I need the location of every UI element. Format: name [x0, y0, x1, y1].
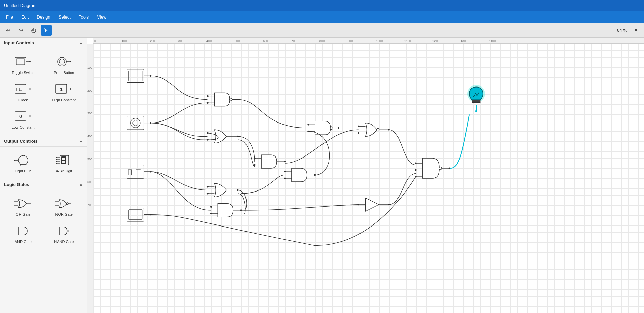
svg-point-7: [70, 61, 71, 62]
svg-point-28: [56, 163, 57, 164]
4bit-digit-label: 4-Bit Digit: [56, 169, 72, 173]
component-toggle-switch[interactable]: Toggle Switch: [4, 53, 42, 77]
nand-gate-2[interactable]: [307, 121, 339, 135]
svg-rect-34: [61, 157, 62, 160]
nand-gate-label: NAND Gate: [54, 240, 74, 244]
component-clock[interactable]: Clock: [4, 80, 42, 104]
svg-point-50: [67, 230, 69, 232]
clock-1[interactable]: [127, 165, 151, 178]
svg-point-57: [131, 118, 140, 128]
low-constant-icon: 0: [14, 109, 33, 124]
svg-point-26: [56, 161, 57, 162]
input-controls-chevron: ▲: [79, 41, 83, 45]
clock-icon: [14, 82, 33, 97]
logic-gates-label: Logic Gates: [4, 182, 29, 187]
svg-point-97: [330, 127, 333, 129]
svg-point-107: [284, 171, 286, 173]
canvas-area[interactable]: 0 100 200 300 400 500 600 700 800 900 10…: [87, 38, 644, 313]
nand-gate-icon: [54, 223, 73, 238]
logic-gates-grid: OR Gate NOR Gate: [0, 190, 87, 250]
svg-rect-65: [129, 210, 142, 220]
svg-point-86: [284, 161, 286, 163]
component-4bit-digit[interactable]: 4-Bit Digit: [45, 151, 83, 175]
component-nand-gate[interactable]: NAND Gate: [45, 221, 83, 246]
svg-point-103: [210, 213, 212, 214]
undo-button[interactable]: ↩: [3, 25, 13, 36]
or-gate-label: OR Gate: [16, 212, 30, 217]
menu-tools[interactable]: Tools: [75, 13, 92, 21]
toggle-switch-2[interactable]: [127, 208, 151, 221]
svg-point-22: [56, 157, 57, 158]
menu-edit[interactable]: Edit: [18, 13, 32, 21]
output-controls-label: Output Controls: [4, 139, 38, 144]
component-push-button[interactable]: Push Button: [45, 53, 83, 77]
light-bulb-icon: [14, 153, 33, 168]
zoom-dropdown-button[interactable]: ▾: [631, 25, 641, 36]
svg-point-125: [415, 163, 417, 164]
ruler-top: 0 100 200 300 400 500 600 700 800 900 10…: [93, 38, 644, 44]
toggle-switch-1[interactable]: [127, 69, 151, 83]
nor-gate-label: NOR Gate: [55, 212, 73, 217]
svg-rect-36: [61, 161, 62, 164]
nor-gate-1[interactable]: [358, 123, 390, 136]
component-nor-gate[interactable]: NOR Gate: [45, 194, 83, 219]
svg-rect-64: [127, 208, 144, 221]
diagram-canvas[interactable]: [93, 44, 644, 313]
menu-select[interactable]: Select: [55, 13, 74, 21]
menu-file[interactable]: File: [3, 13, 16, 21]
section-header-logic-gates[interactable]: Logic Gates ▲: [0, 179, 87, 190]
hand-tool-button[interactable]: [28, 25, 39, 36]
diagram-svg: [93, 44, 644, 313]
component-high-constant[interactable]: 1 High Constant: [45, 80, 83, 104]
component-low-constant[interactable]: 0 Low Constant: [4, 107, 42, 132]
component-or-gate[interactable]: OR Gate: [4, 194, 42, 219]
output-controls-grid: Light Bulb: [0, 147, 87, 179]
output-controls-chevron: ▲: [79, 139, 83, 143]
main-area: Input Controls ▲ Toggle Switch: [0, 38, 644, 313]
svg-point-88: [207, 186, 209, 187]
buffer-1[interactable]: [358, 198, 390, 211]
logic-gates-chevron: ▲: [79, 182, 83, 187]
svg-point-101: [210, 206, 212, 208]
svg-rect-37: [65, 161, 66, 164]
svg-point-10: [29, 88, 31, 90]
nand-gate-final[interactable]: [415, 158, 450, 178]
svg-point-4: [58, 57, 66, 66]
svg-rect-137: [472, 100, 480, 102]
svg-text:0: 0: [19, 114, 22, 119]
input-controls-label: Input Controls: [4, 40, 34, 45]
menu-design[interactable]: Design: [33, 13, 53, 21]
and-gate-1[interactable]: [254, 155, 286, 168]
section-header-output-controls[interactable]: Output Controls ▲: [0, 136, 87, 147]
svg-point-3: [29, 61, 31, 62]
svg-rect-8: [15, 84, 26, 93]
redo-button[interactable]: ↪: [15, 25, 26, 36]
svg-point-116: [376, 128, 379, 131]
component-light-bulb[interactable]: Light Bulb: [4, 151, 42, 175]
nand-gate-1[interactable]: [207, 93, 239, 106]
component-and-gate[interactable]: AND Gate: [4, 221, 42, 246]
push-button-icon: [54, 55, 73, 69]
ruler-left: 0 100 200 300 400 500 600 700: [87, 44, 93, 313]
svg-point-127: [415, 169, 417, 171]
svg-point-18: [29, 115, 31, 117]
svg-point-132: [449, 168, 450, 169]
toolbar: ↩ ↪ 84 % ▾: [0, 23, 644, 38]
or-gate-2[interactable]: [207, 183, 239, 197]
cursor-tool-button[interactable]: [41, 25, 52, 36]
svg-rect-52: [127, 69, 144, 83]
and-gate-icon: [14, 223, 33, 238]
light-bulb-output[interactable]: [467, 85, 485, 112]
4bit-digit-icon: [54, 153, 73, 168]
light-bulb-label: Light Bulb: [15, 169, 31, 173]
and-gate-2[interactable]: [210, 204, 242, 217]
svg-point-24: [56, 159, 57, 160]
push-button-1[interactable]: [127, 116, 151, 130]
svg-marker-121: [366, 198, 379, 211]
or-gate-1[interactable]: [207, 130, 239, 143]
menu-view[interactable]: View: [93, 13, 110, 21]
and-gate-3[interactable]: [284, 168, 316, 182]
section-header-input-controls[interactable]: Input Controls ▲: [0, 38, 87, 48]
svg-rect-61: [127, 165, 144, 178]
input-controls-grid: Toggle Switch Push Button: [0, 48, 87, 136]
